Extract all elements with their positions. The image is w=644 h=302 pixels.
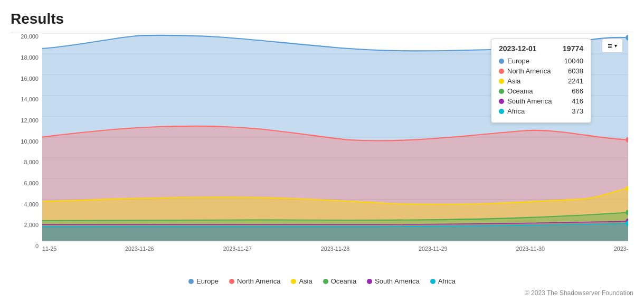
tooltip-header: 2023-12-01 19774 (499, 44, 583, 53)
menu-button[interactable]: ≡ ▾ (602, 39, 623, 53)
legend-item-europe[interactable]: Europe (188, 277, 219, 285)
y-label-16000: 16,000 (11, 76, 41, 82)
tooltip-label-north-america: North America (507, 67, 551, 75)
tooltip-value-asia: 2241 (568, 77, 583, 85)
oceania-dot (499, 89, 504, 94)
tooltip-row-europe: Europe 10040 (499, 57, 583, 65)
tooltip-row-oceania: Oceania 666 (499, 87, 583, 95)
tooltip-label-asia: Asia (507, 77, 520, 85)
chart-area: 2023-11-25 2023-11-26 2023-11-27 2023-11… (11, 33, 633, 273)
asia-dot (499, 79, 504, 84)
svg-text:2023-11-26: 2023-11-26 (125, 246, 154, 252)
tooltip-label-africa: Africa (507, 107, 525, 115)
y-label-6000: 6,000 (11, 180, 41, 186)
y-axis: 0 2,000 4,000 6,000 8,000 10,000 12,000 … (11, 33, 41, 252)
tooltip-row-north-america: North America 6038 (499, 67, 583, 75)
menu-icon: ≡ (608, 41, 612, 50)
north-america-dot (499, 69, 504, 74)
tooltip-value-oceania: 666 (572, 87, 583, 95)
legend-dot-asia (291, 279, 296, 284)
africa-dot (499, 109, 504, 114)
europe-dot (499, 59, 504, 64)
legend-item-africa[interactable]: Africa (430, 277, 456, 285)
svg-text:2023-11-27: 2023-11-27 (223, 246, 252, 252)
legend-item-oceania[interactable]: Oceania (323, 277, 356, 285)
south-america-dot (499, 99, 504, 104)
footer: © 2023 The Shadowserver Foundation (11, 287, 633, 297)
y-label-2000: 2,000 (11, 222, 41, 228)
tooltip-value-north-america: 6038 (568, 67, 583, 75)
legend-item-asia[interactable]: Asia (291, 277, 312, 285)
page-title: Results (11, 11, 633, 27)
y-label-10000: 10,000 (11, 138, 41, 145)
tooltip: 2023-12-01 19774 Europe 10040 North Amer… (491, 39, 591, 123)
tooltip-value-europe: 10040 (564, 57, 583, 65)
legend: Europe North America Asia Oceania South … (11, 273, 633, 287)
svg-text:2023-11-25: 2023-11-25 (42, 246, 56, 252)
svg-text:2023-11-30: 2023-11-30 (516, 246, 545, 252)
legend-label-north-america: North America (237, 277, 280, 285)
chart-wrapper: 2023-11-25 2023-11-26 2023-11-27 2023-11… (11, 33, 633, 297)
tooltip-value-south-america: 416 (572, 97, 583, 105)
svg-text:2023-12-01: 2023-12-01 (614, 246, 628, 252)
y-label-8000: 8,000 (11, 159, 41, 165)
tooltip-label-south-america: South America (507, 97, 552, 105)
tooltip-label-europe: Europe (507, 57, 529, 65)
legend-dot-oceania (323, 279, 328, 284)
y-label-12000: 12,000 (11, 117, 41, 124)
tooltip-row-africa: Africa 373 (499, 107, 583, 115)
tooltip-row-asia: Asia 2241 (499, 77, 583, 85)
tooltip-row-south-america: South America 416 (499, 97, 583, 105)
legend-label-oceania: Oceania (331, 277, 356, 285)
y-label-0: 0 (11, 243, 41, 249)
y-label-18000: 18,000 (11, 54, 41, 61)
y-label-20000: 20,000 (11, 33, 41, 40)
legend-dot-south-america (367, 279, 372, 284)
svg-text:2023-11-29: 2023-11-29 (419, 246, 447, 252)
legend-label-south-america: South America (375, 277, 420, 285)
legend-label-asia: Asia (299, 277, 312, 285)
tooltip-date: 2023-12-01 (499, 44, 537, 53)
menu-arrow-icon: ▾ (614, 43, 617, 49)
legend-item-north-america[interactable]: North America (229, 277, 280, 285)
tooltip-label-oceania: Oceania (507, 87, 533, 95)
legend-dot-africa (430, 279, 435, 284)
svg-text:2023-11-28: 2023-11-28 (321, 246, 349, 252)
y-label-4000: 4,000 (11, 201, 41, 207)
legend-dot-north-america (229, 279, 234, 284)
legend-label-africa: Africa (438, 277, 456, 285)
page-container: Results (0, 0, 644, 302)
legend-label-europe: Europe (196, 277, 219, 285)
legend-item-south-america[interactable]: South America (367, 277, 420, 285)
tooltip-value-africa: 373 (572, 107, 583, 115)
legend-dot-europe (188, 279, 194, 284)
y-label-14000: 14,000 (11, 96, 41, 102)
tooltip-total: 19774 (563, 44, 583, 53)
